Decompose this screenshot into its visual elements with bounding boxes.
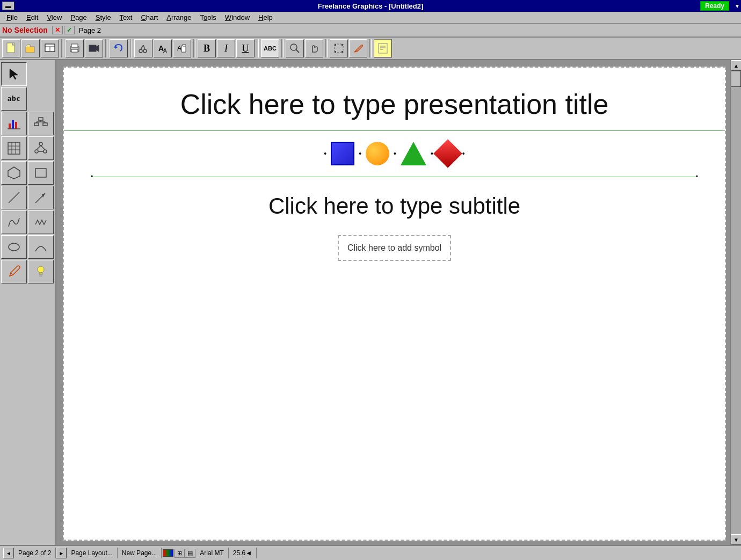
- lt-row-5: [1, 161, 54, 185]
- menu-item-chart[interactable]: Chart: [136, 12, 162, 23]
- font-size-btn[interactable]: AA: [154, 39, 172, 57]
- hand-btn[interactable]: [305, 39, 323, 57]
- menu-bar: File Edit View Page Style Text Chart Arr…: [0, 12, 741, 24]
- line-tool[interactable]: [1, 186, 27, 209]
- color-swatch[interactable]: [163, 549, 173, 557]
- next-page-btn[interactable]: ►: [56, 548, 67, 558]
- svg-line-17: [143, 45, 145, 49]
- confirm-selection-btn[interactable]: ✓: [64, 26, 75, 34]
- title-icon[interactable]: ▬: [2, 2, 14, 10]
- text-tool[interactable]: abc: [1, 87, 27, 111]
- undo-btn[interactable]: [110, 39, 128, 57]
- blue-rect-shape: [331, 142, 354, 165]
- view-icon[interactable]: ⊞: [175, 549, 185, 558]
- curve-tool[interactable]: [1, 210, 27, 234]
- ellipse-tool[interactable]: [1, 235, 27, 259]
- page-indicator: Page 2: [79, 26, 101, 34]
- menu-item-help[interactable]: Help: [254, 12, 277, 23]
- cut-btn[interactable]: [134, 39, 152, 57]
- rect-tool[interactable]: [28, 161, 54, 185]
- zigzag-tool[interactable]: [28, 210, 54, 234]
- svg-point-63: [38, 266, 44, 273]
- shape-row: • • • • •: [64, 131, 725, 171]
- bullet-3: •: [394, 149, 396, 158]
- selection-status: No Selection: [2, 26, 48, 34]
- red-diamond-shape: [433, 139, 462, 168]
- title-resize-btn[interactable]: ▼: [735, 3, 740, 9]
- chart-tool[interactable]: [1, 112, 27, 135]
- scroll-down-btn[interactable]: ▼: [731, 534, 741, 545]
- tb-sep-2: [105, 39, 107, 57]
- open-btn[interactable]: [21, 39, 40, 57]
- notes-btn[interactable]: [374, 39, 392, 57]
- subtitle-text: Click here to type subtitle: [268, 193, 520, 219]
- symbol-placeholder[interactable]: Click here to add symbol: [338, 235, 451, 261]
- svg-line-54: [41, 146, 45, 150]
- draw-btn[interactable]: [349, 39, 367, 57]
- scroll-up-btn[interactable]: ▲: [731, 60, 741, 71]
- menu-item-arrange[interactable]: Arrange: [162, 12, 195, 23]
- lt-row-3: [1, 112, 54, 135]
- svg-line-62: [11, 273, 13, 275]
- menu-item-tools[interactable]: Tools: [196, 12, 221, 23]
- zoom-value: 25.6: [233, 549, 245, 557]
- orange-circle-shape: [366, 142, 389, 165]
- svg-rect-4: [26, 47, 34, 53]
- italic-icon: I: [224, 43, 228, 54]
- arrow-line-tool[interactable]: [28, 186, 54, 209]
- prev-page-btn[interactable]: ◄: [3, 548, 14, 558]
- line-dot-right: •: [696, 173, 698, 180]
- subtitle-placeholder[interactable]: Click here to type subtitle: [64, 183, 725, 230]
- page-layout-btn[interactable]: Page Layout...: [67, 548, 117, 558]
- new-btn[interactable]: [2, 39, 20, 57]
- svg-rect-25: [342, 44, 343, 46]
- spellcheck-btn[interactable]: ABC: [261, 39, 279, 57]
- view-icon2[interactable]: ▤: [185, 549, 195, 558]
- svg-marker-60: [42, 193, 45, 198]
- menu-item-style[interactable]: Style: [91, 12, 115, 23]
- title-bar: ▬ Freelance Graphics - [Untitled2] Ready…: [0, 0, 741, 12]
- font-copy-btn[interactable]: A: [173, 39, 191, 57]
- org-chart-tool[interactable]: [28, 112, 54, 135]
- scroll-thumb[interactable]: [731, 71, 741, 87]
- status-bar: No Selection ✕ ✓ Page 2: [0, 24, 741, 38]
- title-placeholder[interactable]: Click here to type presentation title: [64, 68, 725, 131]
- lt-row-9: [1, 260, 54, 283]
- menu-item-window[interactable]: Window: [221, 12, 254, 23]
- main-area: abc: [0, 60, 741, 545]
- italic-btn[interactable]: I: [217, 39, 235, 57]
- font-name: Arial MT: [195, 548, 229, 558]
- svg-rect-39: [34, 123, 39, 126]
- cancel-selection-btn[interactable]: ✕: [52, 26, 63, 34]
- svg-rect-57: [35, 169, 46, 177]
- svg-rect-36: [15, 122, 17, 129]
- arrow-tool[interactable]: [1, 62, 27, 86]
- menu-item-file[interactable]: File: [2, 12, 22, 23]
- zoom-btn[interactable]: [286, 39, 304, 57]
- underline-btn[interactable]: U: [236, 39, 255, 57]
- menu-item-page[interactable]: Page: [66, 12, 91, 23]
- pencil-tool[interactable]: [1, 260, 27, 283]
- network-tool[interactable]: [28, 136, 54, 160]
- slide-layout-btn[interactable]: [41, 39, 59, 57]
- abc-icon: ABC: [264, 45, 277, 52]
- polygon-tool[interactable]: [1, 161, 27, 185]
- table-tool[interactable]: [1, 136, 27, 160]
- menu-item-edit[interactable]: Edit: [22, 12, 42, 23]
- print-btn[interactable]: [66, 39, 84, 57]
- tb-sep-1: [61, 39, 63, 57]
- lightbulb-tool[interactable]: [28, 260, 54, 283]
- select-objects-btn[interactable]: [330, 39, 348, 57]
- green-divider-line: [93, 177, 696, 177]
- menu-item-view[interactable]: View: [42, 12, 66, 23]
- menu-item-text[interactable]: Text: [115, 12, 137, 23]
- slide-canvas: Click here to type presentation title • …: [63, 67, 726, 541]
- svg-line-28: [357, 50, 358, 51]
- left-toolbar: abc: [0, 60, 56, 545]
- new-page-btn[interactable]: New Page...: [118, 548, 162, 558]
- arc-tool[interactable]: [28, 235, 54, 259]
- video-btn[interactable]: [85, 39, 103, 57]
- lt-row-2: abc: [1, 87, 54, 111]
- svg-marker-56: [8, 167, 20, 179]
- bold-btn[interactable]: B: [198, 39, 216, 57]
